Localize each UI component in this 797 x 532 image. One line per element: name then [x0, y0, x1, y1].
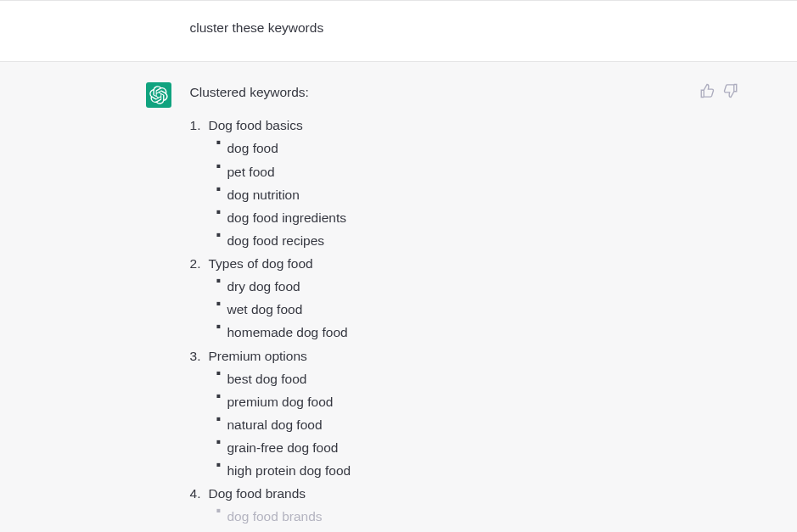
- thumbs-down-icon: [723, 83, 738, 98]
- keyword-item: dog food recipes: [216, 229, 688, 252]
- assistant-message-section: Clustered keywords: Dog food basicsdog f…: [0, 62, 797, 532]
- user-message-section: cluster these keywords: [0, 0, 797, 62]
- keyword-item: best dog food: [216, 367, 688, 390]
- feedback-controls: [699, 82, 738, 98]
- cluster-items: best dog foodpremium dog foodnatural dog…: [190, 367, 688, 483]
- keyword-item: pet food: [216, 160, 688, 183]
- keyword-item: grain-free dog food: [216, 436, 688, 459]
- cluster-title: Dog food brands: [190, 482, 688, 505]
- keyword-item: dog nutrition: [216, 183, 688, 206]
- openai-logo-icon: [149, 86, 168, 104]
- keyword-item: premium dog food: [216, 390, 688, 413]
- cluster-list: Dog food basicsdog foodpet fooddog nutri…: [190, 114, 688, 528]
- keyword-item: dry dog food: [216, 275, 688, 298]
- assistant-intro-text: Clustered keywords:: [190, 81, 688, 104]
- cluster-title: Premium options: [190, 344, 688, 367]
- user-message-text: cluster these keywords: [190, 16, 688, 39]
- keyword-item: dog food ingredients: [216, 206, 688, 229]
- thumbs-up-icon: [699, 83, 715, 98]
- keyword-item: homemade dog food: [216, 321, 688, 344]
- keyword-item: natural dog food: [216, 413, 688, 436]
- keyword-item: dog food: [216, 137, 688, 160]
- thumbs-up-button[interactable]: [699, 82, 715, 98]
- cluster-title: Dog food basics: [190, 114, 688, 137]
- cluster-item: Dog food brandsdog food brands: [190, 482, 688, 528]
- cluster-title: Types of dog food: [190, 252, 688, 275]
- thumbs-down-button[interactable]: [723, 82, 738, 98]
- cluster-items: dog food brands: [190, 505, 688, 528]
- keyword-item: dog food brands: [216, 505, 688, 528]
- keyword-item: high protein dog food: [216, 459, 688, 482]
- cluster-item: Dog food basicsdog foodpet fooddog nutri…: [190, 114, 688, 252]
- cluster-items: dog foodpet fooddog nutritiondog food in…: [190, 137, 688, 252]
- cluster-item: Types of dog fooddry dog foodwet dog foo…: [190, 252, 688, 344]
- cluster-items: dry dog foodwet dog foodhomemade dog foo…: [190, 275, 688, 344]
- assistant-avatar: [146, 82, 171, 108]
- keyword-item: wet dog food: [216, 298, 688, 321]
- cluster-item: Premium optionsbest dog foodpremium dog …: [190, 344, 688, 483]
- assistant-content: Clustered keywords: Dog food basicsdog f…: [190, 81, 688, 528]
